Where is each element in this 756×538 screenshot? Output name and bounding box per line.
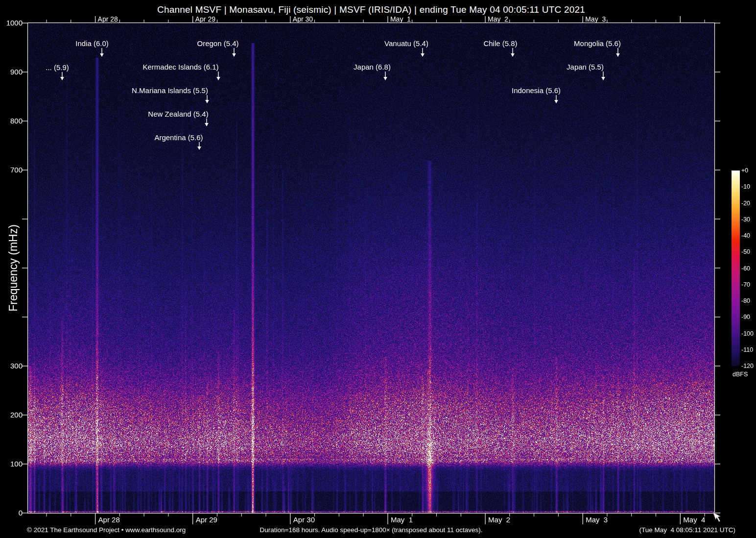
y-tick-label: 0 [19, 509, 23, 517]
x-tick-label-bottom: Apr 30 [293, 515, 315, 524]
x-tick-label-bottom: Apr 29 [196, 515, 217, 524]
event-annotation-label: ... (5.9) [46, 63, 69, 72]
y-axis-title: Frequency (mHz) [7, 224, 20, 312]
x-tick-label-bottom: May 3 [586, 515, 608, 524]
y-tick-label: 700 [10, 166, 23, 174]
event-annotation-label: N.Mariana Islands (5.5) [132, 86, 208, 95]
x-tick-label-bottom: May 2 [488, 515, 510, 524]
colorbar [732, 171, 740, 366]
x-tick-label-bottom: May 1 [391, 515, 413, 524]
colorbar-tick-label: -60 [741, 265, 750, 272]
x-tick-label-top: May 1 [390, 15, 411, 23]
footer-duration: Duration=168 hours. Audio speed-up=1800×… [28, 526, 714, 534]
y-tick-label: 800 [10, 117, 23, 125]
event-annotation-label: Japan (5.5) [567, 63, 604, 71]
x-tick-label-top: Apr 28 [98, 15, 118, 23]
event-annotation-label: Vanuatu (5.4) [384, 39, 428, 48]
event-annotation-label: Japan (6.8) [354, 63, 391, 71]
colorbar-tick-label: -70 [741, 281, 750, 288]
footer-timestamp: (Tue May 4 08:05:11 2021 UTC) [639, 526, 735, 534]
event-annotation-label: Indonesia (5.6) [512, 86, 561, 95]
spectrogram-page: Channel MSVF | Monasavu, Fiji (seismic) … [0, 0, 756, 538]
x-tick-label-bottom: Apr 28 [98, 515, 120, 524]
spectrogram-canvas [28, 23, 714, 513]
event-annotation-label: India (6.0) [75, 39, 109, 48]
y-tick-label: 100 [10, 460, 23, 468]
event-annotation-label: Mongolia (5.6) [574, 39, 621, 48]
colorbar-tick-label: -50 [741, 248, 750, 255]
colorbar-tick-label: -120 [741, 363, 754, 369]
x-tick-label-top: May 3 [585, 15, 606, 23]
colorbar-tick-label: -90 [741, 314, 750, 320]
y-tick-label: 1000 [6, 19, 23, 27]
colorbar-tick-label: -20 [741, 200, 750, 207]
mouse-cursor-icon [712, 512, 720, 522]
event-annotation-label: Argentina (5.6) [154, 133, 203, 142]
event-annotation-label: Oregon (5.4) [197, 39, 238, 48]
y-tick-label: 300 [10, 362, 23, 370]
colorbar-tick-label: -10 [741, 183, 750, 190]
colorbar-tick-label: -80 [741, 297, 750, 304]
x-tick-label-bottom: May 4 [683, 515, 705, 524]
x-tick-label-top: May 2 [488, 15, 508, 23]
event-annotation-label: New Zealand (5.4) [148, 110, 208, 118]
page-title: Channel MSVF | Monasavu, Fiji (seismic) … [28, 4, 714, 15]
colorbar-tick-label: -110 [741, 346, 753, 353]
y-tick-label: 900 [10, 68, 23, 76]
event-annotation-label: Chile (5.8) [483, 39, 517, 48]
x-tick-label-top: Apr 29 [195, 15, 215, 23]
colorbar-unit: dBFS [732, 371, 748, 378]
x-tick-label-top: Apr 30 [293, 15, 313, 23]
colorbar-tick-label: -100 [741, 330, 754, 337]
colorbar-tick-label: +0 [741, 167, 748, 174]
colorbar-tick-label: -40 [741, 232, 750, 239]
colorbar-tick-label: -30 [741, 216, 750, 223]
y-tick-label: 200 [10, 411, 23, 419]
event-annotation-label: Kermadec Islands (6.1) [142, 63, 218, 71]
